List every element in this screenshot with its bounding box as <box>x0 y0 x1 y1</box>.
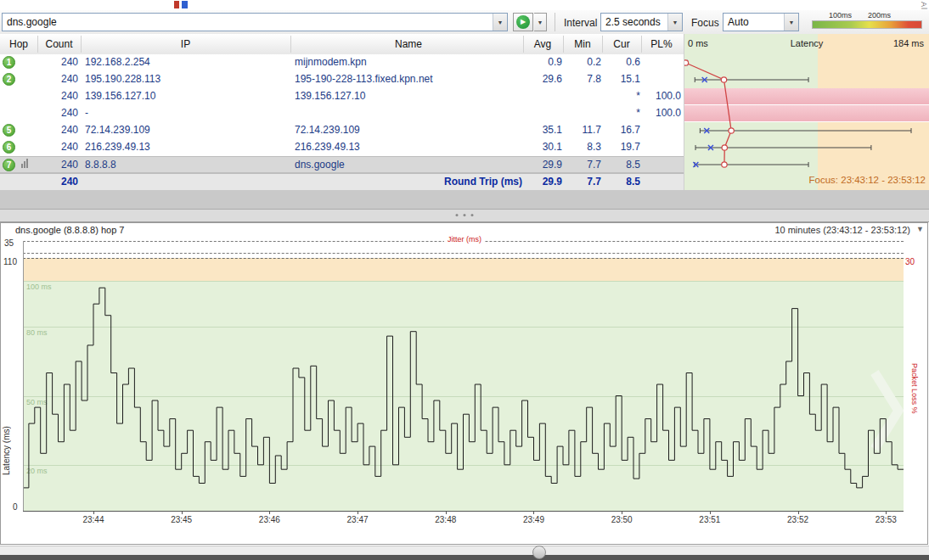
table-row[interactable]: 240-*100.0 <box>0 105 684 122</box>
cell-cur: 16.7 <box>603 122 640 138</box>
x-tick-label: 23:45 <box>163 515 200 524</box>
target-combobox[interactable]: dns.google ▼ <box>2 13 508 31</box>
header-min[interactable]: Min <box>564 38 601 50</box>
x-tick-label: 23:46 <box>251 515 288 524</box>
scrollbar-thumb[interactable] <box>532 546 546 559</box>
cell-count: 240 <box>37 88 78 104</box>
y-axis-line <box>23 241 24 511</box>
pingplotter-window: Alerts dns.google ▼ ▶ ▼ Interval 2.5 sec… <box>0 0 929 560</box>
header-ip[interactable]: IP <box>81 38 290 50</box>
x-tick-label: 23:47 <box>339 515 376 524</box>
x-tick-label: 23:51 <box>691 515 729 524</box>
interval-value: 2.5 seconds <box>605 16 661 28</box>
hop-badge: 2 <box>3 73 15 86</box>
hop-badge: 1 <box>3 56 15 69</box>
cell-count: 240 <box>37 71 78 87</box>
target-value: dns.google <box>7 16 57 28</box>
toolbar: dns.google ▼ ▶ ▼ Interval 2.5 seconds ▼ … <box>0 10 929 35</box>
y-axis-title: Latency (ms) <box>2 339 11 475</box>
x-axis-line <box>23 511 904 512</box>
x-tick-label: 23:52 <box>780 515 817 524</box>
x-tick-label: 23:49 <box>515 515 552 524</box>
jitter-scale-max: 35 <box>4 238 14 248</box>
chrome-red-icon <box>174 1 179 8</box>
cell-pl: 100.0 <box>642 105 681 121</box>
header-cur[interactable]: Cur <box>603 38 640 50</box>
table-row[interactable]: 524072.14.239.10972.14.239.10935.111.716… <box>0 122 684 139</box>
focus-label: Focus <box>691 17 719 29</box>
roundtrip-count: 240 <box>37 174 78 190</box>
roundtrip-cur: 8.5 <box>603 174 640 190</box>
toolbar-separator <box>555 13 555 31</box>
x-tick-label: 23:53 <box>867 515 904 524</box>
header-name[interactable]: Name <box>290 38 526 50</box>
cell-name: 216.239.49.13 <box>295 139 522 155</box>
x-tick-label: 23:48 <box>427 515 464 524</box>
roundtrip-label: Round Trip (ms) <box>295 174 522 190</box>
panel-filler <box>0 190 929 209</box>
cell-avg: 29.6 <box>523 71 562 87</box>
cell-cur: * <box>603 88 640 104</box>
jitter-label: Jitter (ms) <box>444 235 485 244</box>
table-row[interactable]: 2240195.190.228.113195-190-228-113.fixed… <box>0 71 684 88</box>
splitter-grip-icon <box>456 214 474 216</box>
cell-avg: 35.1 <box>523 122 562 138</box>
y-min-label: 0 <box>13 502 18 512</box>
cell-min: 7.7 <box>564 157 601 173</box>
header-avg[interactable]: Avg <box>523 38 562 50</box>
cell-name: 139.156.127.10 <box>295 88 522 104</box>
chevron-down-icon[interactable]: ▼ <box>667 14 682 31</box>
cell-ip: 216.239.49.13 <box>85 139 289 155</box>
cell-name: 195-190-228-113.fixed.kpn.net <box>295 71 522 87</box>
x-tick-label: 23:44 <box>75 515 112 524</box>
cell-name: mijnmodem.kpn <box>295 54 522 70</box>
packet-loss-max-label: 30 <box>905 257 915 266</box>
cell-min: 11.7 <box>564 122 601 138</box>
cell-cur: 19.7 <box>603 139 640 155</box>
focus-range-text: Focus: 23:43:12 - 23:53:12 <box>809 175 926 185</box>
header-count[interactable]: Count <box>37 38 81 50</box>
panel-splitter[interactable] <box>0 209 929 222</box>
table-rows: 1240192.168.2.254mijnmodem.kpn0.90.20.62… <box>0 54 684 173</box>
legend-200ms-label: 200ms <box>868 11 891 20</box>
chevron-down-icon[interactable]: ▼ <box>784 14 798 31</box>
table-row[interactable]: 72408.8.8.8dns.google29.97.78.5 <box>0 156 684 173</box>
chevron-down-icon[interactable]: ▼ <box>493 14 507 31</box>
hop-badge: 5 <box>3 124 15 137</box>
cell-ip: 72.14.239.109 <box>85 122 289 138</box>
cell-min: 8.3 <box>564 139 601 155</box>
table-row[interactable]: 240139.156.127.10139.156.127.10*100.0 <box>0 88 684 105</box>
cell-count: 240 <box>37 157 78 173</box>
latency-timeline-chart[interactable] <box>23 258 904 511</box>
header-pl[interactable]: PL% <box>642 38 681 50</box>
cell-ip: 192.168.2.254 <box>85 54 289 70</box>
cell-cur: * <box>603 105 640 121</box>
cell-count: 240 <box>37 105 78 121</box>
chevron-down-icon[interactable]: ▼ <box>916 225 924 233</box>
hop-latency-column: 0 ms Latency 184 ms Focus: 23:43:12 - 23… <box>684 34 929 190</box>
bottom-bar <box>0 555 929 560</box>
jitter-bottom-line <box>23 253 904 254</box>
focus-combobox[interactable]: Auto ▼ <box>723 13 799 31</box>
start-trace-button[interactable]: ▶ <box>513 13 533 31</box>
table-row[interactable]: 6240216.239.49.13216.239.49.1330.18.319.… <box>0 139 684 156</box>
roundtrip-min: 7.7 <box>564 174 601 190</box>
cell-ip: - <box>85 105 289 121</box>
hop-badge: 6 <box>3 141 15 154</box>
play-icon: ▶ <box>516 15 530 29</box>
table-row[interactable]: 1240192.168.2.254mijnmodem.kpn0.90.20.6 <box>0 54 684 71</box>
cell-avg: 0.9 <box>523 54 562 70</box>
legend-100ms-label: 100ms <box>829 11 852 20</box>
cell-cur: 15.1 <box>603 71 640 87</box>
cell-avg: 30.1 <box>523 139 562 155</box>
y-max-label: 110 <box>3 257 17 266</box>
cell-count: 240 <box>37 122 78 138</box>
cell-count: 240 <box>37 139 78 155</box>
time-range-selector[interactable]: 10 minutes (23:43:12 - 23:53:12) <box>774 225 910 235</box>
interval-combobox[interactable]: 2.5 seconds ▼ <box>600 13 683 31</box>
header-hop[interactable]: Hop <box>0 38 37 50</box>
chrome-blue-icon <box>182 1 188 8</box>
cell-avg: 29.9 <box>523 157 562 173</box>
start-options-dropdown[interactable]: ▼ <box>534 13 547 31</box>
hop-badge: 7 <box>3 159 15 171</box>
